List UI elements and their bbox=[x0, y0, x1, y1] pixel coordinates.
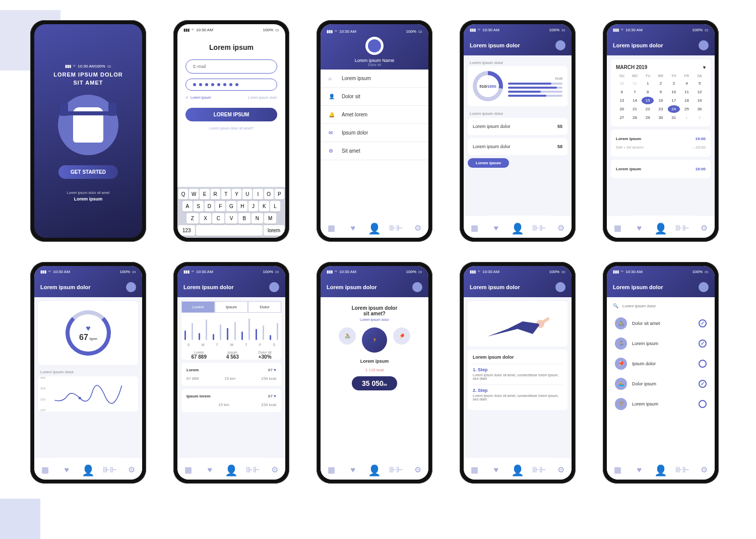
nav-calendar-icon[interactable]: ▦ bbox=[613, 466, 621, 474]
key-z[interactable]: Z bbox=[186, 213, 199, 224]
cal-day[interactable]: 29 bbox=[642, 114, 654, 121]
key-f[interactable]: F bbox=[215, 201, 225, 212]
checkbox[interactable] bbox=[699, 360, 707, 368]
key-d[interactable]: D bbox=[205, 201, 215, 212]
cal-day[interactable]: 12 bbox=[694, 88, 706, 96]
stat-row-1[interactable]: Lorem ipsum dolor55 bbox=[473, 121, 562, 132]
nav-settings-icon[interactable]: ⚙ bbox=[700, 224, 708, 232]
key-b[interactable]: B bbox=[238, 213, 250, 224]
stat-row-2[interactable]: Lorem ipsum dolor58 bbox=[473, 141, 562, 152]
cal-day[interactable]: 27 bbox=[616, 114, 628, 121]
menu-item-settings[interactable]: ⚙Sit amet bbox=[321, 142, 428, 160]
checklist-item[interactable]: 🏋Lorem ipsum bbox=[613, 394, 709, 414]
nav-heart-icon[interactable]: ♥ bbox=[635, 224, 643, 232]
tab-3[interactable]: Dolor bbox=[248, 301, 281, 313]
nav-calendar-icon[interactable]: ▦ bbox=[327, 466, 335, 474]
key-i[interactable]: I bbox=[253, 189, 263, 199]
avatar[interactable] bbox=[555, 40, 565, 50]
avatar[interactable] bbox=[555, 282, 565, 292]
avatar[interactable] bbox=[699, 282, 709, 292]
cal-day[interactable]: 17 bbox=[668, 97, 680, 104]
nav-settings-icon[interactable]: ⚙ bbox=[414, 224, 422, 232]
dropdown-icon[interactable]: ▾ bbox=[703, 64, 706, 70]
key-g[interactable]: G bbox=[226, 201, 236, 212]
cal-day[interactable]: 31 bbox=[668, 114, 680, 121]
nav-profile-icon[interactable]: 👤 bbox=[513, 223, 523, 233]
key-t[interactable]: T bbox=[221, 189, 231, 199]
checkbox[interactable] bbox=[699, 380, 707, 388]
nav-settings-icon[interactable]: ⚙ bbox=[128, 466, 136, 474]
nav-workout-icon[interactable]: ⊪⊩ bbox=[678, 466, 686, 474]
nav-heart-icon[interactable]: ♥ bbox=[492, 224, 500, 232]
nav-heart-icon[interactable]: ♥ bbox=[349, 224, 357, 232]
tab-1[interactable]: Lorem bbox=[181, 301, 215, 313]
nav-settings-icon[interactable]: ⚙ bbox=[414, 466, 422, 474]
nav-heart-icon[interactable]: ♥ bbox=[349, 466, 357, 474]
password-field[interactable] bbox=[185, 79, 277, 91]
key-space[interactable] bbox=[196, 225, 263, 236]
nav-settings-icon[interactable]: ⚙ bbox=[700, 466, 708, 474]
nav-profile-icon[interactable]: 👤 bbox=[513, 464, 523, 475]
activity-cycling[interactable]: 🚴 bbox=[339, 327, 356, 345]
menu-item-messages[interactable]: ✉Ipsum dolor bbox=[321, 124, 428, 142]
checklist-item[interactable]: 🏊Dolor ipsum bbox=[613, 374, 709, 394]
cal-day[interactable]: 31 bbox=[629, 80, 641, 87]
nav-profile-icon[interactable]: 👤 bbox=[369, 223, 380, 233]
cal-day[interactable]: 15 bbox=[642, 97, 654, 104]
key-e[interactable]: E bbox=[200, 189, 209, 199]
nav-calendar-icon[interactable]: ▦ bbox=[613, 224, 621, 232]
cal-day[interactable]: 7 bbox=[629, 88, 641, 96]
key-l[interactable]: L bbox=[270, 201, 280, 212]
key-v[interactable]: V bbox=[225, 213, 237, 224]
checklist-item[interactable]: 🏓Ipsum dolor bbox=[613, 354, 709, 374]
cal-day[interactable]: 26 bbox=[694, 105, 706, 113]
profile-sub[interactable]: Dolor sit bbox=[368, 63, 381, 66]
cal-day[interactable]: 14 bbox=[629, 97, 641, 104]
key-123[interactable]: 123 bbox=[178, 225, 195, 236]
nav-calendar-icon[interactable]: ▦ bbox=[184, 466, 192, 474]
checkbox[interactable] bbox=[699, 340, 707, 348]
cal-day[interactable]: 13 bbox=[616, 97, 628, 104]
nav-heart-icon[interactable]: ♥ bbox=[206, 466, 214, 474]
key-a[interactable]: A bbox=[182, 201, 193, 212]
key-j[interactable]: J bbox=[248, 201, 259, 212]
event-2[interactable]: Lorem ipsum18:00 bbox=[616, 165, 706, 173]
key-o[interactable]: O bbox=[264, 189, 274, 199]
avatar[interactable] bbox=[269, 282, 279, 292]
checkbox[interactable] bbox=[699, 319, 707, 327]
cal-day[interactable]: 6 bbox=[616, 88, 628, 96]
checklist-item[interactable]: 🏃Lorem ipsum bbox=[613, 333, 709, 354]
search-input[interactable] bbox=[622, 304, 709, 308]
cal-day[interactable]: 24 bbox=[668, 105, 680, 113]
cal-day[interactable]: 8 bbox=[642, 88, 654, 96]
activity-running[interactable]: 🏃 bbox=[362, 327, 387, 353]
nav-workout-icon[interactable]: ⊪⊩ bbox=[535, 224, 543, 232]
nav-workout-icon[interactable]: ⊪⊩ bbox=[678, 224, 686, 232]
menu-item-home[interactable]: ⌂Lorem ipsum bbox=[321, 70, 428, 88]
avatar[interactable] bbox=[412, 282, 422, 292]
search-icon[interactable]: 🔍 bbox=[613, 303, 618, 308]
nav-workout-icon[interactable]: ⊪⊩ bbox=[249, 466, 257, 474]
cal-day[interactable]: 22 bbox=[642, 105, 654, 113]
cal-day[interactable]: 20 bbox=[616, 105, 628, 113]
cal-day[interactable]: 21 bbox=[629, 105, 641, 113]
nav-settings-icon[interactable]: ⚙ bbox=[557, 224, 565, 232]
nav-workout-icon[interactable]: ⊪⊩ bbox=[392, 466, 400, 474]
cal-day[interactable]: 9 bbox=[655, 88, 667, 96]
nav-calendar-icon[interactable]: ▦ bbox=[470, 466, 478, 474]
cal-day[interactable]: 11 bbox=[681, 88, 693, 96]
cal-day[interactable]: 4 bbox=[681, 80, 693, 87]
email-field[interactable] bbox=[185, 59, 277, 74]
nav-profile-icon[interactable]: 👤 bbox=[83, 464, 94, 475]
avatar[interactable] bbox=[126, 282, 136, 292]
checklist-item[interactable]: 🚴Dolor sit amet bbox=[613, 313, 709, 333]
nav-profile-icon[interactable]: 👤 bbox=[226, 464, 237, 475]
cal-day[interactable]: 30 bbox=[616, 80, 628, 87]
nav-workout-icon[interactable]: ⊪⊩ bbox=[106, 466, 114, 474]
nav-profile-icon[interactable]: 👤 bbox=[369, 464, 380, 475]
key-s[interactable]: S bbox=[194, 201, 204, 212]
cal-day[interactable]: 5 bbox=[694, 80, 706, 87]
signup-link[interactable]: Lorem ipsum dolor sit amet? bbox=[209, 126, 254, 130]
key-u[interactable]: U bbox=[242, 189, 252, 199]
key-c[interactable]: C bbox=[212, 213, 224, 224]
